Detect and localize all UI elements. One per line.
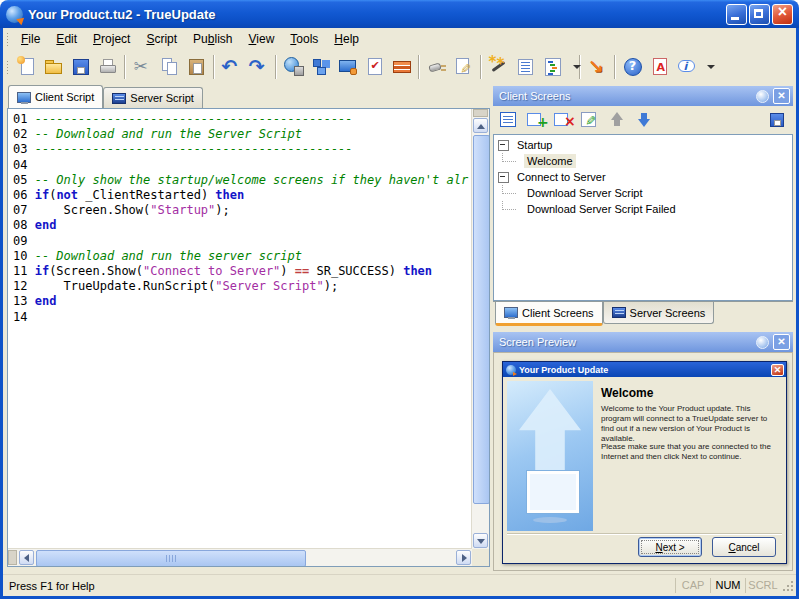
tree-node-connect-to-server[interactable]: Connect to Server	[494, 169, 792, 185]
code-line: 13 end	[13, 294, 472, 309]
maximize-button[interactable]	[749, 4, 770, 25]
tab-server-script[interactable]: Server Script	[103, 87, 203, 108]
vertical-scrollbar[interactable]	[471, 109, 489, 549]
toolbar-redo-button[interactable]	[245, 54, 272, 81]
code-token: "Connect to Server"	[143, 264, 280, 278]
splitter-box-horizontal[interactable]	[8, 550, 17, 565]
menu-edit[interactable]: Edit	[48, 30, 85, 48]
tree-node-startup[interactable]: Startup	[494, 137, 792, 153]
toolbar-grip[interactable]	[6, 60, 9, 74]
tab-client-script[interactable]: Client Script	[8, 85, 103, 108]
code-token: );	[324, 279, 338, 293]
wizard-icon	[488, 56, 510, 78]
scroll-left-button[interactable]	[19, 550, 34, 565]
toolbar-outline-button[interactable]	[539, 54, 566, 81]
menu-view[interactable]: View	[241, 30, 283, 48]
move-down-button[interactable]	[632, 108, 656, 132]
code-token: "Server Script"	[215, 279, 323, 293]
line-number: 13	[13, 294, 35, 308]
menu-grip[interactable]	[6, 32, 9, 46]
save-screens-button[interactable]	[765, 108, 789, 132]
code-token: Screen.Show(	[35, 203, 151, 217]
dialog-divider	[507, 533, 782, 535]
build-bricks-icon	[391, 56, 413, 78]
toolbar-globe-server-button[interactable]	[280, 54, 307, 81]
close-button[interactable]	[772, 4, 793, 25]
menu-help[interactable]: Help	[326, 30, 367, 48]
vertical-scroll-thumb[interactable]	[473, 135, 490, 504]
tree-node-download-server-script[interactable]: Download Server Script	[494, 185, 792, 201]
next-button[interactable]: Next >	[638, 537, 702, 557]
code-line: 04	[13, 158, 472, 173]
preview-options-icon[interactable]	[756, 336, 769, 349]
menu-script[interactable]: Script	[138, 30, 185, 48]
server-icon	[612, 307, 626, 318]
add-screen-button[interactable]	[524, 108, 548, 132]
app-icon	[6, 6, 23, 23]
remove-screen-button[interactable]	[551, 108, 575, 132]
scroll-up-button[interactable]	[473, 118, 488, 133]
menu-tools[interactable]: Tools	[282, 30, 326, 48]
horizontal-scrollbar[interactable]	[8, 548, 472, 566]
collapse-icon[interactable]	[498, 140, 509, 151]
panel-options-icon[interactable]	[756, 90, 769, 103]
script-editor[interactable]: 01 -------------------------------------…	[7, 108, 490, 567]
screen-preview-close-icon[interactable]: ✕	[773, 334, 790, 350]
toolbar-publish-button[interactable]	[584, 54, 611, 81]
toolbar-toolbar-overflow-button[interactable]	[700, 54, 710, 81]
menu-file[interactable]: File	[13, 30, 48, 48]
tree-node-download-server-script-failed[interactable]: Download Server Script Failed	[494, 201, 792, 217]
preview-dialog-titlebar: Your Product Update ✕	[503, 362, 786, 377]
toolbar-save-button[interactable]	[67, 54, 94, 81]
toolbar-script-list-button[interactable]	[512, 54, 539, 81]
client-screens-close-icon[interactable]: ✕	[773, 88, 790, 104]
splitter-box-vertical[interactable]	[473, 109, 488, 117]
menu-project[interactable]: Project	[85, 30, 138, 48]
client-screens-tree[interactable]: StartupWelcomeConnect to ServerDownload …	[493, 134, 793, 301]
scroll-down-button[interactable]	[473, 533, 488, 548]
toolbar-print-button[interactable]	[94, 54, 121, 81]
toolbar-info-button[interactable]	[673, 54, 700, 81]
tree-node-label: Startup	[514, 138, 555, 152]
checklist-icon	[364, 56, 386, 78]
toolbar-wizard-button[interactable]	[485, 54, 512, 81]
code-area[interactable]: 01 -------------------------------------…	[8, 109, 472, 549]
toolbar-undo-button[interactable]	[218, 54, 245, 81]
toolbar-pdf-button[interactable]	[646, 54, 673, 81]
line-number: 14	[13, 310, 35, 324]
code-token: TrueUpdate.RunScript(	[35, 279, 216, 293]
toolbar-checklist-button[interactable]	[361, 54, 388, 81]
collapse-icon[interactable]	[498, 172, 509, 183]
toolbar-outline-dropdown-button[interactable]	[566, 54, 576, 81]
publish-icon	[587, 56, 609, 78]
tab-server-screens[interactable]: Server Screens	[603, 302, 715, 324]
toolbar-open-button[interactable]	[40, 54, 67, 81]
preview-dialog-close-icon[interactable]: ✕	[771, 364, 784, 376]
code-token: "Startup"	[150, 203, 215, 217]
menu-publish[interactable]: Publish	[185, 30, 240, 48]
indicator-cap: CAP	[675, 578, 710, 593]
toolbar-blocks-button[interactable]	[307, 54, 334, 81]
screens-list-button[interactable]	[497, 108, 521, 132]
toolbar-build-bricks-button[interactable]	[388, 54, 415, 81]
move-up-button[interactable]	[605, 108, 629, 132]
cancel-button[interactable]: Cancel	[712, 537, 776, 557]
tab-client-screens[interactable]: Client Screens	[495, 302, 603, 326]
code-line: 09	[13, 234, 472, 249]
toolbar-plugin-button[interactable]	[423, 54, 450, 81]
title-bar[interactable]: Your Product.tu2 - TrueUpdate	[0, 0, 799, 28]
toolbar-copy-button[interactable]	[156, 54, 183, 81]
toolbar-help-button[interactable]	[619, 54, 646, 81]
toolbar-paste-button[interactable]	[183, 54, 210, 81]
scroll-right-button[interactable]	[456, 550, 471, 565]
edit-screen-button[interactable]	[578, 108, 602, 132]
horizontal-scroll-thumb[interactable]	[36, 550, 306, 567]
minimize-button[interactable]	[726, 4, 747, 25]
resize-grip[interactable]	[781, 579, 795, 593]
toolbar-cut-button[interactable]	[129, 54, 156, 81]
tree-node-label: Download Server Script Failed	[524, 202, 679, 216]
tree-node-welcome[interactable]: Welcome	[494, 153, 792, 169]
toolbar-screen-designer-button[interactable]	[334, 54, 361, 81]
toolbar-new-button[interactable]	[13, 54, 40, 81]
toolbar-edit-script-button[interactable]	[450, 54, 477, 81]
